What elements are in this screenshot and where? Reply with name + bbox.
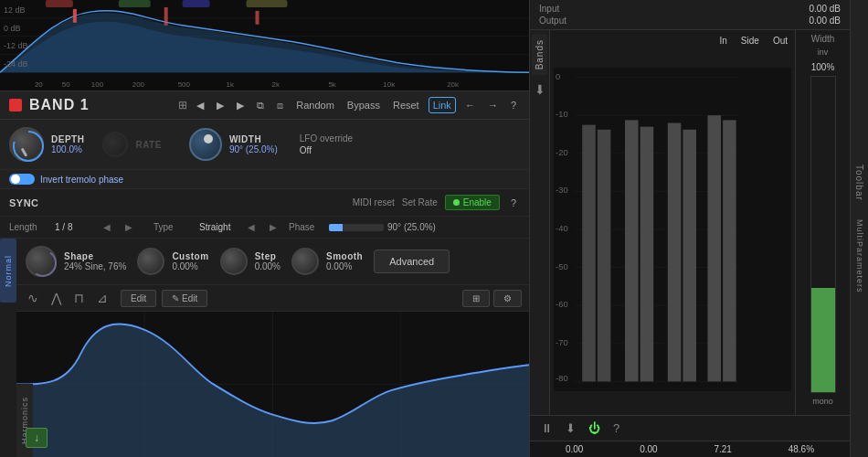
- enable-button[interactable]: Enable: [445, 195, 500, 210]
- power-button[interactable]: ⏻: [585, 420, 604, 437]
- custom-knob[interactable]: [137, 248, 164, 275]
- sawtooth-wave-button[interactable]: ⊿: [93, 289, 111, 307]
- sine-wave-button[interactable]: ∿: [24, 289, 42, 307]
- sync-help-button[interactable]: ?: [507, 196, 520, 210]
- shape-info: Shape 24% Sine, 76%: [64, 251, 126, 271]
- square-wave-button[interactable]: ⊓: [70, 289, 88, 307]
- arrow-left-button[interactable]: ←: [461, 98, 479, 112]
- random-button[interactable]: Random: [292, 98, 338, 112]
- width-value: 90° (25.0%): [229, 144, 278, 154]
- paste-button[interactable]: ⧈: [273, 98, 287, 113]
- right-panel: Input 0.00 dB Output 0.00 dB Bands ⬇ In …: [530, 0, 850, 457]
- triangle-wave-button[interactable]: ⋀: [48, 289, 65, 307]
- svg-text:20: 20: [35, 80, 43, 89]
- svg-rect-10: [183, 0, 210, 7]
- play-band-button[interactable]: ▶: [233, 98, 248, 113]
- output-value: 0.00 dB: [810, 16, 841, 26]
- chart-svg: 0 -10 -20 -30 -40 -50 -60 -70 -80: [554, 48, 791, 411]
- right-main: Bands ⬇ In Side Out 0 -10 -20 -30 -40: [530, 30, 850, 415]
- help-button[interactable]: ?: [507, 98, 520, 112]
- normal-tab[interactable]: Normal: [0, 239, 16, 303]
- bands-tab[interactable]: Bands: [532, 34, 547, 75]
- input-row: Input 0.00 dB: [539, 4, 841, 14]
- invert-row: Invert tremolo phase: [0, 170, 529, 189]
- grid-view-button[interactable]: ⊞: [462, 290, 490, 307]
- invert-toggle[interactable]: [9, 174, 35, 185]
- length-label: Length: [9, 222, 46, 232]
- svg-text:2k: 2k: [271, 80, 279, 89]
- add-band-button[interactable]: ↓: [26, 428, 48, 448]
- bar-in-1: [582, 125, 596, 382]
- copy-button[interactable]: ⧉: [253, 98, 268, 113]
- band-indicator: [9, 99, 22, 112]
- width-group: WIDTH 90° (25.0%) LFO override Off: [189, 128, 353, 161]
- type-value: Straight: [199, 222, 236, 232]
- sync-title: SYNC: [9, 197, 39, 208]
- pause-button[interactable]: ⏸: [537, 420, 556, 437]
- shape-value: 24% Sine, 76%: [64, 261, 126, 271]
- help-icon-button[interactable]: ?: [609, 420, 623, 437]
- depth-label: DEPTH: [51, 134, 84, 144]
- phase-indicator: [329, 224, 384, 231]
- smooth-knob[interactable]: [291, 248, 319, 275]
- band-title: BAND 1: [29, 97, 90, 113]
- spectrum-svg: 12 dB 0 dB -12 dB -24 dB 20 50 100 200 5…: [0, 0, 529, 90]
- type-prev-button[interactable]: ◀: [245, 221, 258, 233]
- next-band-button[interactable]: ▶: [213, 98, 228, 113]
- band-controls: ⊞ ◀ ▶ ▶ ⧉ ⧈ Random Bypass Reset Link ← →…: [178, 97, 520, 113]
- download-icon[interactable]: ⬇: [535, 82, 545, 97]
- advanced-button[interactable]: Advanced: [374, 250, 450, 273]
- input-label: Input: [539, 4, 559, 14]
- svg-text:10k: 10k: [383, 80, 395, 89]
- set-rate-link[interactable]: Set Rate: [402, 197, 438, 207]
- bar-side-4: [723, 120, 736, 381]
- step-label: Step: [255, 251, 281, 261]
- edit-button-1[interactable]: Edit: [121, 290, 156, 307]
- prev-band-button[interactable]: ◀: [193, 98, 207, 113]
- step-info: Step 0.00%: [255, 251, 281, 271]
- svg-text:-80: -80: [556, 374, 568, 383]
- reset-button[interactable]: Reset: [389, 98, 423, 112]
- grid-icon: ⊞: [178, 99, 187, 112]
- svg-text:-60: -60: [556, 300, 568, 309]
- svg-text:-70: -70: [556, 338, 568, 347]
- inv-label: inv: [818, 48, 829, 57]
- length-next-button[interactable]: ▶: [122, 221, 135, 233]
- bypass-button[interactable]: Bypass: [344, 98, 384, 112]
- svg-text:-10: -10: [556, 110, 568, 119]
- width-bar-fill: [811, 288, 835, 392]
- width-label: WIDTH: [229, 134, 278, 144]
- waveform-area: Harmonics ↓: [16, 312, 529, 457]
- rate-group: RATE: [102, 132, 161, 157]
- invert-label: Invert tremolo phase: [40, 175, 123, 185]
- depth-group: DEPTH 100.0%: [9, 127, 84, 162]
- shape-knob[interactable]: [26, 246, 57, 277]
- width-sidebar-title: Width: [811, 34, 835, 44]
- svg-rect-8: [46, 0, 73, 7]
- svg-text:-24 dB: -24 dB: [4, 59, 27, 69]
- step-knob[interactable]: [220, 248, 248, 275]
- phase-value: 90° (25.0%): [387, 222, 436, 232]
- width-knob[interactable]: [189, 128, 222, 161]
- link-button[interactable]: Link: [429, 97, 456, 113]
- arrow-right-button[interactable]: →: [484, 98, 502, 112]
- toolbar-right: Toolbar MultiParameters: [850, 0, 868, 457]
- depth-knob[interactable]: [9, 127, 44, 162]
- rate-knob[interactable]: [102, 132, 128, 157]
- edit-button-2[interactable]: ✎ Edit: [162, 290, 207, 307]
- custom-value: 0.00%: [172, 261, 208, 271]
- shape-group: Shape 24% Sine, 76%: [26, 246, 126, 277]
- midi-reset-link[interactable]: MIDI reset: [353, 197, 395, 207]
- smooth-info: Smooth 0.00%: [326, 251, 363, 271]
- bar-side-2: [640, 127, 654, 382]
- depth-info: DEPTH 100.0%: [51, 134, 84, 154]
- in-header: In: [720, 36, 727, 46]
- smooth-label: Smooth: [326, 251, 363, 261]
- length-prev-button[interactable]: ◀: [101, 221, 113, 233]
- save-button[interactable]: ⬇: [562, 420, 579, 437]
- type-next-button[interactable]: ▶: [267, 221, 280, 233]
- svg-text:1k: 1k: [227, 80, 234, 89]
- svg-text:200: 200: [132, 80, 145, 89]
- settings-button[interactable]: ⚙: [493, 290, 522, 307]
- type-label: Type: [153, 222, 190, 232]
